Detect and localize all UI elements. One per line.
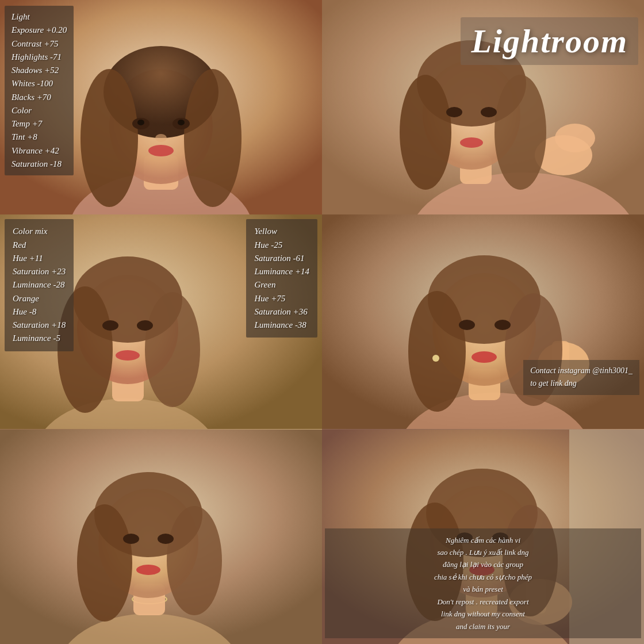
svg-point-22 xyxy=(494,75,546,190)
photo-cell-6: Nghiêm cấm các hành vi sao chép . Lưu ý … xyxy=(322,430,644,644)
photo-cell-2: Lightroom xyxy=(322,0,644,214)
svg-point-46 xyxy=(459,320,475,330)
svg-point-45 xyxy=(432,355,439,362)
notice-line4: chia sẻ khi chưa có sự cho phép xyxy=(333,571,633,583)
green-saturation: Saturation +36 xyxy=(254,305,309,319)
notice-line2: sao chép . Lưu ý xuất link dng xyxy=(333,546,633,558)
notice-line5: và bán preset xyxy=(333,583,633,595)
svg-point-58 xyxy=(158,534,174,544)
light-header: Light xyxy=(12,10,67,24)
svg-point-6 xyxy=(184,69,241,207)
svg-point-47 xyxy=(494,320,511,330)
orange-luminance: Luminance -5 xyxy=(13,332,66,345)
color-mix-header: Color mix xyxy=(13,225,66,238)
svg-point-55 xyxy=(77,504,132,622)
svg-point-56 xyxy=(167,506,222,615)
svg-point-11 xyxy=(155,134,167,142)
green-header: Green xyxy=(254,278,309,292)
svg-point-21 xyxy=(400,75,451,190)
notice-line6: Don't repost . recreated export xyxy=(333,596,633,608)
contact-panel: Contact instagram @tinh3001_ to get link… xyxy=(523,360,639,395)
main-container: Light Exposure +0.20 Contrast +75 Highli… xyxy=(0,0,644,644)
svg-point-48 xyxy=(471,351,497,363)
yellow-header: Yellow xyxy=(254,225,309,238)
temp-setting: Temp +7 xyxy=(12,117,67,131)
notice-panel: Nghiêm cấm các hành vi sao chép . Lưu ý … xyxy=(325,528,641,639)
whites-setting: Whites -100 xyxy=(12,77,67,90)
svg-point-17 xyxy=(555,124,595,152)
blacks-setting: Blacks +70 xyxy=(12,91,67,104)
svg-point-33 xyxy=(102,320,118,331)
svg-point-5 xyxy=(80,69,138,207)
highlights-setting: Highlights -71 xyxy=(12,51,67,64)
orange-hue: Hue -8 xyxy=(13,305,66,319)
exposure-setting: Exposure +0.20 xyxy=(12,24,67,37)
notice-line8: and claim its your xyxy=(333,620,633,632)
saturation-main-setting: Saturation -18 xyxy=(12,158,67,171)
red-luminance: Luminance -28 xyxy=(13,278,66,292)
svg-point-59 xyxy=(136,565,160,575)
color-mix-panel: Color mix Red Hue +11 Saturation +23 Lum… xyxy=(5,219,74,351)
svg-point-12 xyxy=(148,145,174,156)
contrast-setting: Contrast +75 xyxy=(12,37,67,51)
svg-point-35 xyxy=(116,350,140,361)
svg-point-25 xyxy=(460,137,483,148)
photo-cell-5 xyxy=(0,430,322,644)
photo-cell-3: Color mix Red Hue +11 Saturation +23 Lum… xyxy=(0,214,322,429)
svg-point-57 xyxy=(123,534,139,544)
photo-cell-4: Contact instagram @tinh3001_ to get link… xyxy=(322,214,644,429)
photo-cell-1: Light Exposure +0.20 Contrast +75 Highli… xyxy=(0,0,322,214)
green-luminance: Luminance -38 xyxy=(254,319,309,332)
shadows-setting: Shadows +52 xyxy=(12,64,67,77)
svg-point-43 xyxy=(408,291,466,412)
contact-line2: to get link dng xyxy=(530,377,632,390)
orange-header: Orange xyxy=(13,292,66,305)
svg-point-10 xyxy=(178,120,185,125)
orange-saturation: Saturation +18 xyxy=(13,319,66,332)
svg-point-34 xyxy=(137,320,153,331)
tint-setting: Tint +8 xyxy=(12,131,67,144)
notice-line7: link dng without my consent xyxy=(333,608,633,620)
svg-point-24 xyxy=(481,107,497,117)
svg-point-23 xyxy=(446,107,462,117)
svg-point-32 xyxy=(145,292,200,407)
red-saturation: Saturation +23 xyxy=(13,265,66,278)
green-hue: Hue +75 xyxy=(254,292,309,305)
svg-point-8 xyxy=(137,120,144,125)
notice-line1: Nghiêm cấm các hành vi xyxy=(333,534,633,546)
red-hue: Hue +11 xyxy=(13,252,66,265)
vibrance-setting: Vibrance +42 xyxy=(12,144,67,158)
yellow-hue: Hue -25 xyxy=(254,239,309,252)
yellow-green-panel: Yellow Hue -25 Saturation -61 Luminance … xyxy=(246,219,317,338)
notice-line3: đăng lại lại vào các group xyxy=(333,558,633,570)
lightroom-title: Lightroom xyxy=(461,17,638,65)
contact-line1: Contact instagram @tinh3001_ xyxy=(530,365,632,377)
yellow-saturation: Saturation -61 xyxy=(254,252,309,265)
light-settings-panel: Light Exposure +0.20 Contrast +75 Highli… xyxy=(5,6,74,175)
yellow-luminance: Luminance +14 xyxy=(254,265,309,278)
red-header: Red xyxy=(13,239,66,252)
color-header: Color xyxy=(12,104,67,117)
